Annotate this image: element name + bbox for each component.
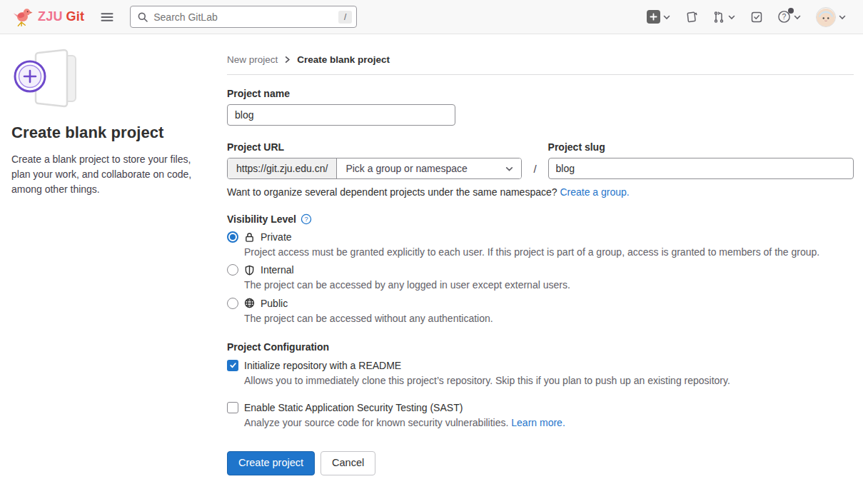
cancel-button[interactable]: Cancel	[321, 451, 375, 475]
namespace-hint-text: Want to organize several dependent proje…	[227, 186, 557, 198]
private-option-description: Project access must be granted explicitl…	[244, 245, 854, 259]
namespace-select[interactable]: Pick a group or namespace	[337, 158, 521, 178]
create-group-link[interactable]: Create a group.	[560, 186, 629, 198]
info-panel: Create blank project Create a blank proj…	[11, 34, 211, 197]
svg-text:?: ?	[304, 216, 308, 223]
private-radio[interactable]	[227, 231, 238, 243]
private-option-label[interactable]: Private	[261, 231, 292, 243]
menu-hamburger-icon[interactable]	[97, 7, 117, 27]
breadcrumb-parent-link[interactable]: New project	[227, 54, 278, 65]
merge-requests-dropdown[interactable]	[709, 8, 740, 26]
chevron-down-icon	[727, 13, 736, 21]
project-url-label: Project URL	[227, 141, 522, 153]
visibility-option-internal: Internal The project can be accessed by …	[227, 264, 854, 292]
sast-option-description: Analyze your source code for known secur…	[244, 415, 854, 430]
form-panel: New project Create blank project Project…	[227, 34, 854, 475]
project-slug-input[interactable]	[548, 158, 854, 179]
home-logo-link[interactable]: ZJUGit	[11, 6, 84, 28]
svg-text:?: ?	[782, 13, 787, 21]
help-icon: ?	[777, 10, 791, 24]
chevron-down-icon	[793, 13, 802, 21]
breadcrumb-divider	[227, 74, 854, 75]
project-name-input[interactable]	[227, 104, 455, 126]
visibility-option-private: Private Project access must be granted e…	[227, 231, 854, 259]
new-item-dropdown[interactable]	[643, 7, 675, 26]
sast-option: Enable Static Application Security Testi…	[227, 402, 854, 430]
search-shortcut-badge: /	[338, 11, 352, 24]
visibility-label: Visibility Level	[227, 213, 296, 225]
configuration-label: Project Configuration	[227, 341, 854, 353]
notification-dot	[788, 8, 794, 14]
user-menu[interactable]	[812, 4, 850, 30]
todo-list-button[interactable]	[747, 8, 767, 26]
project-slug-label: Project slug	[548, 141, 854, 153]
visibility-option-public: Public The project can be accessed witho…	[227, 298, 854, 326]
navbar-actions: ?	[643, 4, 850, 30]
page-body: Create blank project Create a blank proj…	[0, 34, 863, 475]
internal-radio[interactable]	[227, 264, 238, 276]
readme-option-label[interactable]: Initialize repository with a README	[244, 360, 401, 371]
form-actions: Create project Cancel	[227, 451, 854, 475]
panel-description: Create a blank project to store your fil…	[11, 152, 211, 197]
project-url-row: Project URL https://git.zju.edu.cn/ Pick…	[227, 141, 854, 179]
merge-request-icon	[712, 11, 725, 24]
brand-name: ZJUGit	[38, 9, 84, 24]
globe-icon	[244, 298, 255, 308]
global-search-box[interactable]: /	[130, 6, 357, 28]
readme-checkbox[interactable]	[227, 360, 238, 371]
todo-icon	[750, 11, 763, 24]
public-radio[interactable]	[227, 298, 238, 309]
help-dropdown[interactable]: ?	[774, 7, 805, 26]
public-option-description: The project can be accessed without any …	[244, 311, 854, 326]
readme-option-description: Allows you to immediately clone this pro…	[244, 373, 854, 388]
shield-icon	[244, 265, 255, 276]
readme-option: Initialize repository with a README Allo…	[227, 360, 854, 388]
url-slug-separator: /	[533, 158, 536, 179]
learn-more-link[interactable]: Learn more.	[511, 417, 565, 428]
project-url-input-group: https://git.zju.edu.cn/ Pick a group or …	[227, 158, 522, 179]
search-icon	[137, 11, 148, 23]
project-name-label: Project name	[227, 88, 854, 99]
chevron-down-icon	[505, 164, 514, 173]
issues-icon	[685, 11, 698, 24]
chevron-right-icon	[283, 56, 291, 64]
breadcrumb-current: Create blank project	[297, 54, 390, 65]
visibility-help-icon[interactable]: ?	[301, 213, 312, 225]
namespace-hint: Want to organize several dependent proje…	[227, 186, 854, 198]
panel-title: Create blank project	[11, 124, 211, 142]
lock-icon	[244, 232, 255, 243]
plus-square-icon	[647, 10, 660, 24]
create-project-button[interactable]: Create project	[227, 451, 315, 475]
sast-option-label[interactable]: Enable Static Application Security Testi…	[244, 402, 463, 413]
base-url-prefix: https://git.zju.edu.cn/	[228, 158, 337, 178]
new-project-illustration	[11, 46, 211, 112]
project-url-group: Project URL https://git.zju.edu.cn/ Pick…	[227, 141, 522, 179]
top-navbar: ZJUGit /	[0, 0, 863, 34]
search-input[interactable]	[153, 11, 333, 23]
internal-option-description: The project can be accessed by any logge…	[244, 278, 854, 292]
public-option-label[interactable]: Public	[261, 298, 288, 309]
sast-description-text: Analyze your source code for known secur…	[244, 417, 508, 428]
namespace-select-value: Pick a group or namespace	[345, 163, 467, 174]
project-name-group: Project name	[227, 88, 854, 126]
issues-button[interactable]	[682, 8, 702, 26]
configuration-section: Project Configuration Initialize reposit…	[227, 341, 854, 430]
chevron-down-icon	[838, 13, 847, 21]
sast-checkbox[interactable]	[227, 402, 238, 413]
internal-option-label[interactable]: Internal	[261, 264, 294, 276]
bird-logo-icon	[11, 6, 33, 28]
breadcrumb: New project Create blank project	[227, 54, 854, 65]
project-slug-group: Project slug	[548, 141, 854, 179]
chevron-down-icon	[662, 13, 671, 21]
visibility-section: Visibility Level ?	[227, 213, 854, 326]
avatar	[816, 7, 836, 27]
